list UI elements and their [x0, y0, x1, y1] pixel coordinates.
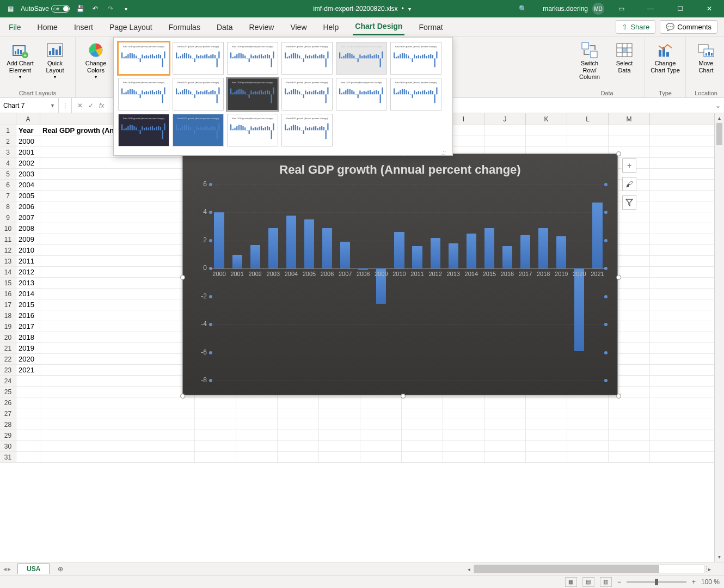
chart-title[interactable]: Real GDP growth (Annual percent change): [183, 154, 617, 179]
cell[interactable]: 2009: [16, 234, 40, 244]
row-header[interactable]: 27: [0, 408, 16, 419]
chart-filters-button[interactable]: [622, 195, 636, 210]
row-header[interactable]: 30: [0, 441, 16, 451]
share-button[interactable]: ⇧Share: [616, 20, 655, 34]
name-box[interactable]: ▼: [0, 98, 59, 113]
cell[interactable]: 2011: [16, 256, 40, 266]
chart-bar[interactable]: [304, 219, 314, 268]
chart-bar[interactable]: [394, 232, 404, 268]
zoom-in-button[interactable]: +: [692, 578, 696, 586]
cell[interactable]: [278, 408, 319, 419]
cell[interactable]: 2016: [16, 310, 40, 321]
cell[interactable]: [609, 441, 650, 451]
cell[interactable]: [195, 419, 236, 430]
chart-style-option[interactable]: Real GDP growth (Annual percent change): [227, 114, 278, 146]
cell[interactable]: [567, 441, 609, 451]
cell[interactable]: [443, 430, 484, 440]
cell[interactable]: [567, 397, 609, 408]
cell[interactable]: [40, 158, 195, 168]
minimize-button[interactable]: —: [638, 0, 663, 17]
cell[interactable]: [40, 408, 195, 419]
cell[interactable]: [40, 245, 195, 255]
cell[interactable]: [236, 408, 278, 419]
cell[interactable]: 2015: [16, 299, 40, 310]
select-data-button[interactable]: Select Data: [609, 39, 640, 76]
redo-icon[interactable]: ↷: [106, 4, 115, 14]
row-header[interactable]: 16: [0, 289, 16, 299]
cell[interactable]: [236, 419, 278, 430]
cell[interactable]: [40, 376, 195, 386]
row-header[interactable]: 18: [0, 310, 16, 321]
cell[interactable]: [16, 397, 40, 408]
cell[interactable]: [402, 419, 443, 430]
cell[interactable]: [236, 441, 278, 451]
fx-icon[interactable]: fx: [99, 102, 104, 109]
chart-style-option[interactable]: Real GDP growth (Annual percent change): [118, 78, 169, 111]
cell[interactable]: [236, 430, 278, 440]
cell[interactable]: [319, 419, 360, 430]
row-header[interactable]: 1: [0, 125, 16, 136]
cell[interactable]: [319, 441, 360, 451]
cell[interactable]: [40, 419, 195, 430]
cell[interactable]: [40, 278, 195, 288]
selection-handle[interactable]: [616, 151, 621, 156]
cell[interactable]: [195, 430, 236, 440]
hscroll-left-icon[interactable]: ◂: [464, 566, 474, 572]
cell[interactable]: [484, 397, 526, 408]
cell[interactable]: 2012: [16, 267, 40, 277]
autosave-toggle[interactable]: AutoSave Off: [21, 5, 70, 13]
chart-style-option[interactable]: Real GDP growth (Annual percent change): [227, 42, 278, 75]
selection-handle[interactable]: [616, 394, 621, 399]
row-header[interactable]: 21: [0, 343, 16, 353]
row-header[interactable]: 14: [0, 267, 16, 277]
expand-formula-bar-icon[interactable]: ⌄: [712, 102, 724, 109]
row-header[interactable]: 7: [0, 191, 16, 201]
row-header[interactable]: 22: [0, 354, 16, 364]
cell[interactable]: [40, 191, 195, 201]
cell[interactable]: [40, 397, 195, 408]
cell[interactable]: [40, 441, 195, 451]
cell[interactable]: [40, 310, 195, 321]
cell[interactable]: [484, 430, 526, 440]
row-header[interactable]: 31: [0, 452, 16, 462]
move-chart-button[interactable]: Move Chart: [690, 39, 722, 76]
gallery-resize-icon[interactable]: .::: [118, 150, 446, 156]
chart-bar[interactable]: [322, 228, 332, 269]
chart-style-option[interactable]: Real GDP growth (Annual percent change): [336, 78, 387, 111]
chart-bar[interactable]: [449, 243, 458, 268]
cell[interactable]: [16, 408, 40, 419]
cell[interactable]: [402, 430, 443, 440]
chart-style-option[interactable]: Real GDP growth (Annual percent change): [227, 78, 278, 111]
tab-insert[interactable]: Insert: [72, 20, 95, 35]
cell[interactable]: [40, 223, 195, 234]
cell[interactable]: [484, 419, 526, 430]
zoom-level[interactable]: 100 %: [701, 578, 720, 586]
cell[interactable]: [40, 212, 195, 223]
column-header[interactable]: A: [16, 113, 40, 125]
row-header[interactable]: 4: [0, 158, 16, 168]
tab-formulas[interactable]: Formulas: [167, 20, 203, 35]
change-colors-button[interactable]: Change Colors▾: [80, 39, 112, 82]
cell[interactable]: [278, 441, 319, 451]
cell[interactable]: [360, 452, 402, 462]
horizontal-scrollbar[interactable]: ◂ ▸: [464, 565, 714, 573]
chart-styles-button[interactable]: 🖌: [622, 177, 636, 191]
cell[interactable]: [443, 419, 484, 430]
cell[interactable]: [40, 365, 195, 375]
cell[interactable]: [16, 441, 40, 451]
row-header[interactable]: 20: [0, 332, 16, 342]
cell[interactable]: 2014: [16, 289, 40, 299]
search-icon[interactable]: 🔍: [518, 4, 527, 14]
chart-bar[interactable]: [467, 234, 476, 268]
row-header[interactable]: 17: [0, 299, 16, 310]
cell[interactable]: 2006: [16, 201, 40, 212]
cell[interactable]: [484, 441, 526, 451]
cancel-formula-icon[interactable]: ✕: [77, 102, 83, 109]
cell[interactable]: [609, 136, 650, 146]
chart-elements-button[interactable]: +: [622, 158, 636, 173]
chart-bar[interactable]: [358, 268, 368, 270]
selection-handle[interactable]: [401, 394, 406, 399]
cell[interactable]: Year: [16, 125, 40, 136]
row-header[interactable]: 19: [0, 321, 16, 332]
cell[interactable]: [16, 452, 40, 462]
